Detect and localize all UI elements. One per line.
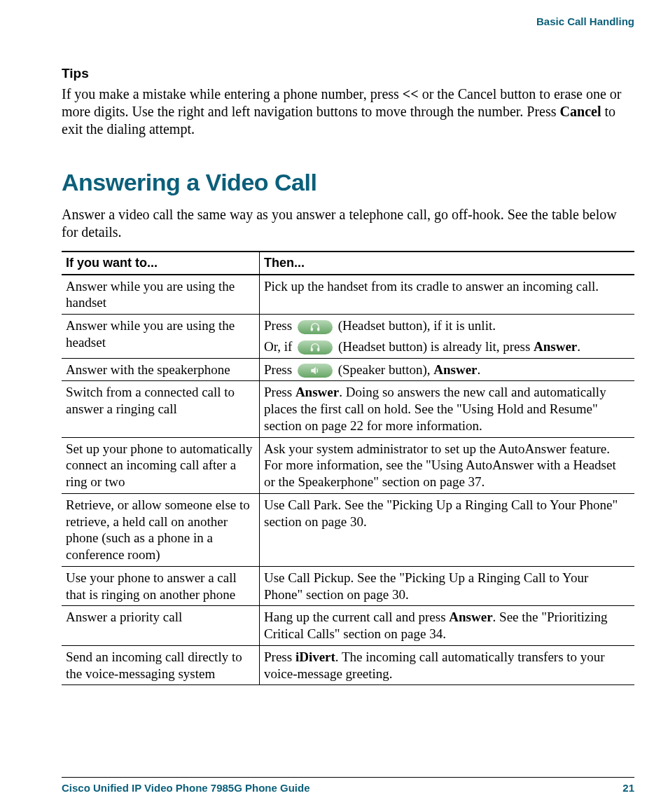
line: Press (Headset button), if it is unlit. — [264, 317, 630, 334]
text: Press — [264, 318, 295, 333]
text: Press — [264, 649, 295, 664]
then-cell: Pick up the handset from its cradle to a… — [260, 275, 635, 315]
col-header-want: If you want to... — [62, 252, 260, 275]
instructions-table: If you want to... Then... Answer while y… — [62, 251, 634, 685]
want-cell: Use your phone to answer a call that is … — [62, 566, 260, 606]
section-intro: Answer a video call the same way as you … — [62, 206, 634, 241]
section-title: Answering a Video Call — [62, 169, 634, 196]
then-cell: Press (Headset button), if it is unlit. … — [260, 315, 635, 359]
speaker-button-icon — [298, 364, 333, 378]
tips-body: If you make a mistake while entering a p… — [62, 85, 634, 138]
page-footer: Cisco Unified IP Video Phone 7985G Phone… — [62, 777, 634, 794]
want-cell: Set up your phone to automatically conne… — [62, 437, 260, 493]
table-row: Answer while you are using the headset P… — [62, 315, 634, 359]
table-row: Send an incoming call directly to the vo… — [62, 645, 634, 685]
text: . — [478, 362, 481, 377]
table-row: Retrieve, or allow someone else to retri… — [62, 493, 634, 566]
then-cell: Press Answer. Doing so answers the new c… — [260, 381, 635, 437]
table-row: Set up your phone to automatically conne… — [62, 437, 634, 493]
svg-rect-0 — [311, 327, 313, 331]
col-header-then: Then... — [260, 252, 635, 275]
table-row: Answer a priority call Hang up the curre… — [62, 606, 634, 646]
svg-rect-2 — [311, 348, 313, 352]
then-cell: Use Call Pickup. See the "Picking Up a R… — [260, 566, 635, 606]
line: Or, if (Headset button) is already lit, … — [264, 338, 630, 355]
headset-button-icon — [298, 320, 333, 334]
table-row: Use your phone to answer a call that is … — [62, 566, 634, 606]
want-cell: Answer with the speakerphone — [62, 358, 260, 381]
cancel-label: Cancel — [560, 104, 601, 119]
answer-label: Answer — [295, 385, 339, 399]
text: Press — [264, 385, 295, 399]
want-cell: Retrieve, or allow someone else to retri… — [62, 493, 260, 566]
text: (Headset button) is already lit, press — [338, 339, 534, 354]
svg-rect-3 — [317, 348, 319, 352]
then-cell: Use Call Park. See the "Picking Up a Rin… — [260, 493, 635, 566]
headset-button-icon — [298, 340, 333, 355]
want-cell: Answer while you are using the handset — [62, 275, 260, 315]
tips-text: If you make a mistake while entering a p… — [62, 86, 403, 102]
then-cell: Press iDivert. The incoming call automat… — [260, 645, 635, 685]
want-cell: Answer a priority call — [62, 606, 260, 646]
text: (Speaker button), — [338, 362, 434, 377]
text: Hang up the current call and press — [264, 610, 449, 624]
svg-rect-1 — [317, 327, 319, 331]
page-number: 21 — [622, 782, 634, 794]
tips-heading: Tips — [62, 66, 634, 81]
table-row: Switch from a connected call to answer a… — [62, 381, 634, 437]
want-cell: Answer while you are using the headset — [62, 315, 260, 359]
erase-glyph: << — [403, 86, 419, 102]
want-cell: Switch from a connected call to answer a… — [62, 381, 260, 437]
then-cell: Ask your system administrator to set up … — [260, 437, 635, 493]
idivert-label: iDivert — [295, 649, 335, 664]
text: . — [577, 339, 580, 354]
table-row: Answer while you are using the handset P… — [62, 275, 634, 315]
text: (Headset button), if it is unlit. — [338, 318, 496, 333]
table-row: Answer with the speakerphone Press (Spea… — [62, 358, 634, 381]
running-header: Basic Call Handling — [62, 15, 634, 27]
text: Press — [264, 362, 295, 377]
footer-title: Cisco Unified IP Video Phone 7985G Phone… — [62, 782, 310, 794]
answer-label: Answer — [449, 610, 492, 624]
text: Or, if — [264, 339, 295, 354]
then-cell: Hang up the current call and press Answe… — [260, 606, 635, 646]
answer-label: Answer — [433, 362, 477, 377]
answer-label: Answer — [534, 339, 577, 354]
want-cell: Send an incoming call directly to the vo… — [62, 645, 260, 685]
then-cell: Press (Speaker button), Answer. — [260, 358, 635, 381]
